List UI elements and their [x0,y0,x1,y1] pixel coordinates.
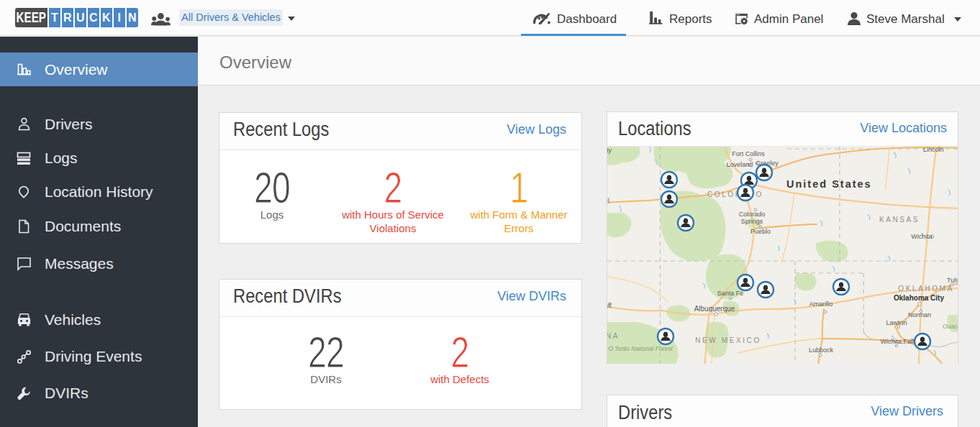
svg-text:Ouach: Ouach [943,323,958,330]
svg-text:NA: NA [607,332,620,340]
svg-text:United States: United States [786,178,872,190]
svg-text:ity: ity [607,147,612,154]
svg-text:Wichita: Wichita [911,233,933,240]
svg-text:Lincoln: Lincoln [923,147,944,153]
svg-text:COLORADO: COLORADO [707,190,763,198]
svg-text:OKLAHOMA: OKLAHOMA [898,285,953,293]
svg-text:H: H [607,197,612,205]
svg-text:Tulsa: Tulsa [947,277,958,284]
svg-text:Tonto National Forest: Tonto National Forest [614,345,673,352]
svg-text:Wichita Falls: Wichita Falls [880,338,917,345]
svg-text:NEW MEXICO: NEW MEXICO [695,336,761,344]
svg-text:KANSAS: KANSAS [879,216,920,224]
svg-text:Norman: Norman [908,311,931,318]
svg-text:Lawton: Lawton [886,319,907,326]
svg-text:Pueblo: Pueblo [750,228,771,235]
svg-text:Colorado: Colorado [739,211,766,218]
svg-text:Oklahoma City: Oklahoma City [894,294,944,302]
svg-text:Santa Fe: Santa Fe [717,290,744,297]
svg-text:aff: aff [607,302,612,309]
svg-text:Lubbock: Lubbock [809,346,834,354]
svg-text:Springs: Springs [741,218,763,225]
svg-text:Fort Collins: Fort Collins [732,150,765,157]
svg-text:Amarillo: Amarillo [809,300,833,308]
svg-text:Albuquerque: Albuquerque [694,305,735,313]
svg-text:Loveland: Loveland [727,161,753,168]
